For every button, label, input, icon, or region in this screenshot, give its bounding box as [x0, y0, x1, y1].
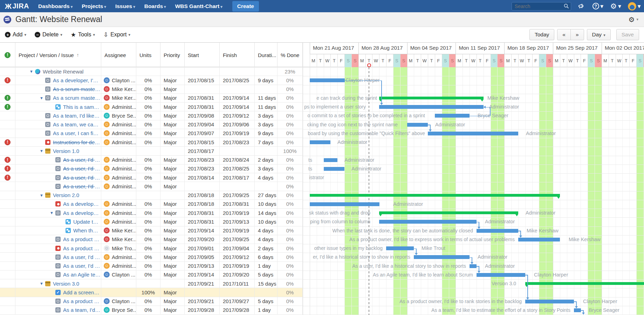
- task-bar[interactable]: [379, 105, 484, 109]
- issue-link[interactable]: As a user, I'd like a hist...: [63, 254, 101, 260]
- table-row[interactable]: As a user, I'd like a hist...☺Administ..…: [0, 262, 303, 271]
- table-row[interactable]: ▼Version 3.02017/09/212017/10/1115 days0…: [0, 279, 303, 288]
- issue-link[interactable]: Version 3.0: [53, 281, 79, 287]
- task-bar[interactable]: [324, 158, 337, 162]
- issue-link[interactable]: As a product owner, I'...: [63, 245, 101, 251]
- issue-link[interactable]: As a developer, I can u...: [63, 201, 101, 207]
- task-bar[interactable]: [574, 308, 581, 312]
- issue-link[interactable]: Instructions for deleting t...: [53, 139, 101, 145]
- table-row[interactable]: As a product owner, I'...☺Clayton ...0%M…: [0, 297, 303, 306]
- task-bar[interactable]: [310, 140, 330, 144]
- user-menu[interactable]: ▾: [628, 2, 640, 10]
- issue-link[interactable]: As a user, I'd like a hist...: [63, 166, 101, 172]
- table-row[interactable]: When the last task ...☺Mike Ker...0%Majo…: [0, 226, 303, 235]
- issue-link[interactable]: As a user, I'd like a hist...: [63, 263, 101, 269]
- task-bar[interactable]: [379, 220, 477, 224]
- issue-link[interactable]: As an Agile team, I'd lik...: [63, 272, 101, 278]
- column-header-durati-[interactable]: Durati...: [255, 43, 278, 67]
- table-row[interactable]: As a product owner, I'...☺Mike Ker...0%M…: [0, 235, 303, 244]
- megaphone-icon[interactable]: [578, 3, 585, 9]
- expand-caret-icon[interactable]: ▼: [40, 149, 45, 153]
- table-row[interactable]: Update task status ...☺Administ...0%Majo…: [0, 217, 303, 226]
- table-row[interactable]: !▼As a scrum master, I'd like ...☺Mike K…: [0, 94, 303, 103]
- chart-settings-menu[interactable]: ⚙▾: [629, 15, 638, 24]
- table-row[interactable]: !As a user, I'd like a hist...☺Administ.…: [0, 173, 303, 182]
- nav-item-dashboards[interactable]: Dashboards▾: [38, 3, 73, 9]
- summary-bar[interactable]: [379, 97, 484, 99]
- table-row[interactable]: !As a user, I'd like a hist...☺Administ.…: [0, 156, 303, 164]
- issue-link[interactable]: Version 1.0: [53, 148, 79, 154]
- nav-item-issues[interactable]: Issues▾: [115, 3, 135, 9]
- issue-link[interactable]: As a developer, I can u...: [63, 210, 101, 216]
- table-row[interactable]: !As a user, I'd like a hist...☺Administ.…: [0, 164, 303, 173]
- task-bar[interactable]: [407, 123, 428, 127]
- task-bar[interactable]: [386, 246, 414, 250]
- issue-link[interactable]: As a scrum master, I'd like ...: [53, 95, 101, 101]
- task-bar[interactable]: [435, 114, 470, 118]
- table-row[interactable]: As a scrum master, I can s...☺Mike Ker..…: [0, 85, 303, 94]
- create-button[interactable]: Create: [232, 1, 259, 12]
- table-row[interactable]: ▼Version 1.02017/08/17100%: [0, 147, 303, 155]
- task-bar[interactable]: [310, 202, 379, 206]
- issue-link[interactable]: As a product owner, I'...: [63, 236, 101, 242]
- admin-gear-menu[interactable]: ⚙▾: [610, 2, 621, 10]
- task-bar[interactable]: [428, 132, 518, 135]
- task-bar[interactable]: [310, 78, 345, 82]
- column-header-finish[interactable]: Finish: [220, 43, 255, 67]
- summary-bar[interactable]: [310, 194, 560, 197]
- issue-link[interactable]: As a user, I'd like a hist...: [63, 157, 101, 163]
- zoom-level-button[interactable]: Day▾: [587, 29, 611, 40]
- issue-link[interactable]: Website Renewal: [43, 69, 83, 75]
- issue-link[interactable]: As a product owner, I'...: [63, 298, 101, 304]
- issue-link[interactable]: As a team, we can finish t...: [53, 121, 101, 127]
- help-menu[interactable]: ?▾: [592, 3, 603, 9]
- issue-link[interactable]: As a team, I'd like to com...: [53, 113, 101, 119]
- column-header-units[interactable]: Units: [136, 43, 160, 67]
- issue-link[interactable]: As a developer, I'd like to ...: [53, 77, 101, 83]
- expand-caret-icon[interactable]: ▼: [40, 96, 45, 100]
- nav-item-wbs-gantt-chart[interactable]: WBS Gantt-Chart▾: [175, 3, 222, 9]
- task-bar[interactable]: [414, 255, 470, 259]
- expand-caret-icon[interactable]: ▼: [40, 281, 45, 286]
- search-input[interactable]: [512, 2, 571, 10]
- task-bar[interactable]: [518, 238, 560, 241]
- scroll-left-button[interactable]: «: [557, 29, 571, 40]
- summary-bar[interactable]: [525, 282, 644, 285]
- table-row[interactable]: !Instructions for deleting t...☺Administ…: [0, 138, 303, 147]
- issue-link[interactable]: When the last task ...: [73, 227, 101, 233]
- table-row[interactable]: As a team, we can finish t...☺Administ..…: [0, 120, 303, 129]
- tools-button[interactable]: ★Tools▾: [71, 31, 95, 38]
- export-button[interactable]: ⇩Export▾: [103, 31, 130, 38]
- issue-link[interactable]: Add a screenshot to th...: [63, 289, 101, 295]
- issue-link[interactable]: As a user, I'd like a hist...: [63, 175, 101, 181]
- task-bar[interactable]: [477, 229, 518, 233]
- table-row[interactable]: ✓Add a screenshot to th...100%Major0%: [0, 288, 303, 297]
- column-header-project-version-issue[interactable]: Project / Version / Issue↑: [15, 43, 101, 67]
- table-row[interactable]: As a product owner, I'...☺Mike Tro...0%M…: [0, 244, 303, 253]
- table-row[interactable]: ▼As a developer, I can u...☺Administ...0…: [0, 209, 303, 217]
- delete-button[interactable]: −Delete▾: [35, 31, 62, 38]
- issue-link[interactable]: As a team, I'd like to es...: [63, 307, 101, 313]
- task-bar[interactable]: [477, 273, 525, 277]
- table-row[interactable]: As a team, I'd like to es...☺Bryce Se...…: [0, 306, 303, 315]
- table-row[interactable]: As a user, I can find impor...☺Administ.…: [0, 129, 303, 138]
- issue-link[interactable]: As a user, I'd like a hist...: [63, 183, 101, 189]
- table-row[interactable]: As a developer, I can u...☺Administ...0%…: [0, 200, 303, 209]
- expand-caret-icon[interactable]: ▼: [50, 211, 55, 215]
- scroll-right-button[interactable]: »: [570, 29, 584, 40]
- column-header-priority[interactable]: Priority: [160, 43, 185, 67]
- table-row[interactable]: !This is a sample task. T...☺Administ...…: [0, 103, 303, 111]
- nav-item-projects[interactable]: Projects▾: [82, 3, 106, 9]
- issue-link[interactable]: As a scrum master, I can s...: [53, 86, 101, 92]
- jira-logo[interactable]: Ж JIRA: [5, 2, 29, 10]
- save-button[interactable]: Save: [616, 29, 639, 40]
- column-header--done[interactable]: % Done: [278, 43, 303, 67]
- add-button[interactable]: +Add▾: [5, 31, 26, 38]
- table-row[interactable]: As a user, I'd like a hist...☺Administ..…: [0, 182, 303, 191]
- column-header-start[interactable]: Start: [185, 43, 220, 67]
- expand-caret-icon[interactable]: ▼: [29, 69, 35, 74]
- table-row[interactable]: ▼Version 2.02017/08/182017/09/2527 days0…: [0, 191, 303, 200]
- issue-link[interactable]: Version 2.0: [53, 192, 79, 198]
- table-row[interactable]: As an Agile team, I'd lik...☺Clayton ...…: [0, 271, 303, 279]
- issue-link[interactable]: As a user, I can find impor...: [53, 130, 101, 136]
